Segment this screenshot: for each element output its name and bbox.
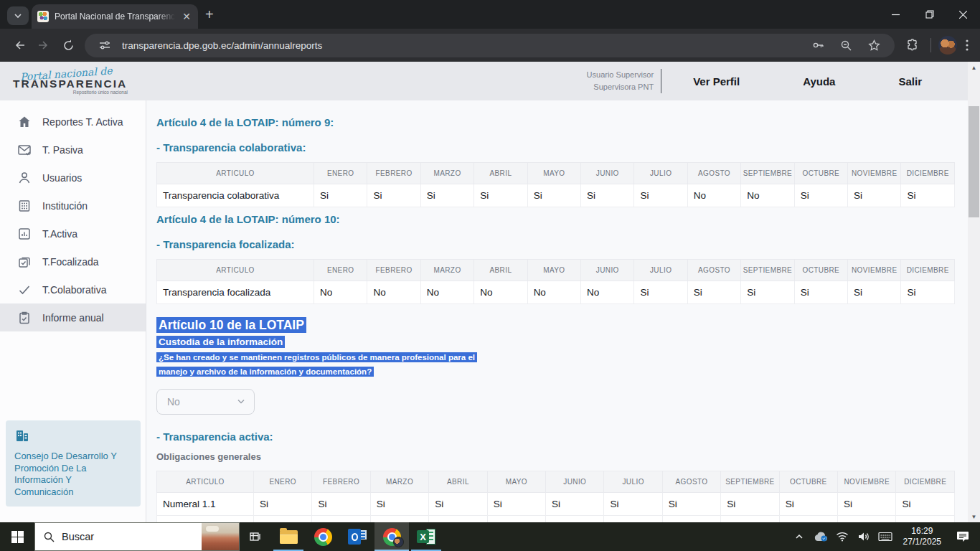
month-value-cell: Si bbox=[370, 493, 428, 516]
action-center-icon[interactable] bbox=[950, 531, 976, 542]
onedrive-icon[interactable] bbox=[811, 532, 830, 542]
task-view-button[interactable] bbox=[240, 522, 271, 551]
system-tray: 16:29 27/1/2025 bbox=[790, 522, 980, 551]
scroll-down-arrow-icon[interactable]: ▼ bbox=[968, 511, 980, 522]
excel-icon: X bbox=[417, 529, 435, 545]
sidebar-item-t-colaborativa[interactable]: T.Colaborativa bbox=[0, 276, 146, 303]
sidebar-org-card[interactable]: Consejo De Desarrollo Y Promoción De La … bbox=[6, 420, 141, 507]
menu-item-help[interactable]: Ayuda bbox=[771, 75, 867, 88]
tab-search-button[interactable] bbox=[7, 6, 29, 25]
sidebar-item-label: T. Pasiva bbox=[42, 144, 83, 156]
month-value-cell: Si bbox=[370, 516, 428, 523]
month-value-cell: Si bbox=[474, 184, 527, 207]
page-scrollbar[interactable]: ▲ ▼ bbox=[968, 62, 980, 522]
volume-icon[interactable] bbox=[854, 532, 873, 542]
sidebar-item-label: T.Activa bbox=[42, 228, 77, 240]
menu-item-profile[interactable]: Ver Perfil bbox=[661, 75, 771, 88]
column-header: JULIO bbox=[634, 163, 687, 184]
month-value-cell: Si bbox=[741, 281, 794, 304]
column-header: ABRIL bbox=[429, 471, 487, 493]
back-button[interactable] bbox=[7, 33, 32, 57]
sidebar-item-t-pasiva[interactable]: T. Pasiva bbox=[0, 136, 146, 164]
site-settings-icon[interactable] bbox=[95, 39, 115, 51]
taskbar-outlook[interactable] bbox=[340, 522, 374, 551]
month-value-cell: Si bbox=[896, 516, 955, 523]
hidden-icons-chevron[interactable] bbox=[790, 532, 809, 541]
browser-tab[interactable]: Portal Nacional de Transparencia ✕ bbox=[32, 4, 198, 29]
search-highlight-image[interactable] bbox=[202, 523, 239, 550]
table-row: Numeral 1.2SiSiSiSiSiSiSiSiSiSiSiSi bbox=[157, 516, 955, 523]
institution-icon bbox=[14, 433, 30, 446]
taskbar-file-explorer[interactable] bbox=[271, 522, 306, 551]
wifi-icon[interactable] bbox=[833, 532, 852, 542]
tab-title: Portal Nacional de Transparencia bbox=[55, 11, 175, 22]
month-value-cell: Si bbox=[662, 493, 720, 516]
custodia-select[interactable]: No bbox=[156, 389, 255, 415]
site-header: Portal nacional de TRANSPARENCIA Reposit… bbox=[0, 62, 968, 100]
menu-dots-icon[interactable] bbox=[961, 39, 973, 51]
month-value-cell: Si bbox=[581, 184, 634, 207]
month-value-cell: Si bbox=[429, 516, 487, 523]
scroll-up-arrow-icon[interactable]: ▲ bbox=[968, 62, 980, 73]
building-icon bbox=[17, 199, 32, 213]
column-header: SEPTIEMBRE bbox=[741, 260, 794, 281]
outlook-icon bbox=[348, 529, 367, 545]
month-value-cell: Si bbox=[634, 281, 687, 304]
menu-item-logout[interactable]: Salir bbox=[867, 75, 948, 88]
forward-button[interactable] bbox=[32, 33, 56, 57]
taskbar-search[interactable]: Buscar bbox=[34, 522, 240, 551]
tab-close-icon[interactable]: ✕ bbox=[181, 10, 192, 23]
month-value-cell: Si bbox=[314, 184, 367, 207]
taskbar-chrome[interactable] bbox=[306, 522, 340, 551]
sidebar-item-label: Informe anual bbox=[42, 312, 104, 324]
column-header: AGOSTO bbox=[687, 163, 740, 184]
row-label-cell: Transparencia colaborativa bbox=[157, 184, 314, 207]
month-value-cell: Si bbox=[662, 516, 720, 523]
sidebar-item-label: Usuarios bbox=[42, 172, 82, 184]
month-value-cell: Si bbox=[901, 281, 955, 304]
table-obligaciones-generales: ARTICULOENEROFEBREROMARZOABRILMAYOJUNIOJ… bbox=[156, 471, 955, 522]
column-header: AGOSTO bbox=[687, 260, 740, 281]
url-text[interactable]: transparencia.dpe.gob.ec/admin/annualrep… bbox=[122, 40, 800, 51]
reload-button[interactable] bbox=[56, 33, 80, 57]
start-button[interactable] bbox=[0, 522, 34, 551]
close-button[interactable] bbox=[946, 0, 980, 29]
month-value-cell: Si bbox=[312, 493, 370, 516]
taskbar-excel[interactable]: X bbox=[409, 522, 443, 551]
month-value-cell: Si bbox=[848, 184, 901, 207]
sidebar-item-institucion[interactable]: Institución bbox=[0, 192, 146, 220]
month-value-cell: No bbox=[314, 281, 367, 304]
password-key-icon[interactable] bbox=[807, 39, 829, 52]
touch-keyboard-icon[interactable] bbox=[876, 532, 895, 542]
user-name: Usuario Supervisor bbox=[587, 69, 654, 81]
zoom-icon[interactable] bbox=[836, 39, 857, 52]
sidebar-item-usuarios[interactable]: Usuarios bbox=[0, 164, 146, 192]
month-value-cell: Si bbox=[794, 281, 847, 304]
new-tab-button[interactable]: + bbox=[205, 6, 214, 23]
profile-avatar[interactable] bbox=[938, 36, 957, 55]
column-header: OCTUBRE bbox=[794, 163, 847, 184]
taskbar-clock[interactable]: 16:29 27/1/2025 bbox=[897, 526, 947, 547]
main-content: Artículo 4 de la LOTAIP: número 9: - Tra… bbox=[146, 100, 968, 522]
address-bar[interactable]: transparencia.dpe.gob.ec/admin/annualrep… bbox=[85, 34, 895, 57]
sidebar-item-informe-anual[interactable]: Informe anual bbox=[0, 303, 146, 331]
extensions-icon[interactable] bbox=[902, 39, 923, 52]
toolbar-divider bbox=[930, 38, 931, 52]
table-row: Transparencia colaborativaSiSiSiSiSiSiSi… bbox=[157, 184, 955, 207]
scrollbar-thumb[interactable] bbox=[969, 106, 979, 217]
site-logo: Portal nacional de TRANSPARENCIA Reposit… bbox=[13, 67, 128, 95]
month-value-cell: No bbox=[527, 281, 580, 304]
minimize-button[interactable] bbox=[879, 0, 913, 29]
sidebar-item-t-activa[interactable]: T.Activa bbox=[0, 220, 146, 248]
column-header: OCTUBRE bbox=[779, 471, 837, 493]
column-header: JULIO bbox=[634, 260, 687, 281]
restore-button[interactable] bbox=[913, 0, 946, 29]
bookmark-star-icon[interactable] bbox=[864, 39, 885, 52]
user-icon bbox=[17, 171, 32, 185]
sidebar-item-reportes-t-activa[interactable]: Reportes T. Activa bbox=[0, 108, 146, 136]
sidebar-item-t-focalizada[interactable]: T.Focalizada bbox=[0, 248, 146, 276]
profile-badge-icon bbox=[393, 537, 404, 547]
taskbar-chrome-active[interactable] bbox=[374, 522, 409, 551]
column-header: ARTICULO bbox=[157, 163, 314, 184]
highlight-question: ¿Se han creado y se mantienen registros … bbox=[156, 352, 477, 377]
